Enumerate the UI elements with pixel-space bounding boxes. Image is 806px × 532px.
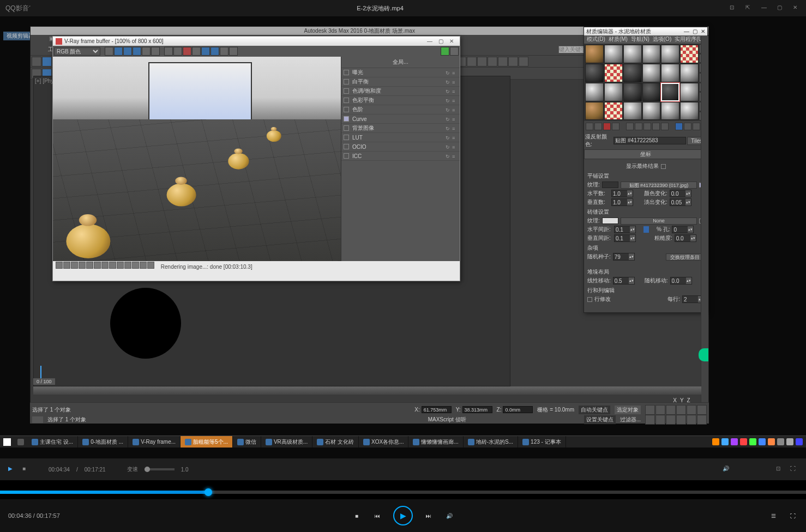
taskbar-item[interactable]: 微信 <box>233 436 261 448</box>
toolbar-button[interactable] <box>42 57 52 66</box>
mono-icon[interactable] <box>151 47 160 56</box>
tray-icon[interactable] <box>712 438 719 445</box>
get-material-icon[interactable] <box>586 123 593 130</box>
vgap-input[interactable] <box>615 235 630 241</box>
next-button[interactable]: ⏭ <box>424 511 434 521</box>
toolbar-button[interactable] <box>467 57 477 66</box>
cc-row[interactable]: 色彩平衡↻≡ <box>341 96 460 105</box>
vfb-toolbar[interactable]: RGB 颜色 <box>53 46 460 57</box>
show-final-check[interactable] <box>661 164 666 169</box>
cc-checkbox[interactable] <box>344 116 349 122</box>
close-icon[interactable]: ✕ <box>793 4 801 12</box>
maxscript-field[interactable]: MAXScript 侦听 <box>428 416 466 424</box>
cc-row[interactable]: 曝光↻≡ <box>341 68 460 77</box>
cc-checkbox[interactable] <box>344 144 349 149</box>
taskbar-item[interactable]: 0-地面材质 ... <box>78 436 128 448</box>
task-icon[interactable] <box>17 439 24 445</box>
cc-checkbox[interactable] <box>344 88 349 94</box>
menu-item[interactable]: 导航(N) <box>629 35 651 44</box>
mat-slot[interactable] <box>604 64 623 82</box>
rollout-header[interactable]: 坐标 <box>584 149 707 159</box>
toolbar-button[interactable] <box>488 57 497 66</box>
coord-x[interactable] <box>422 406 452 413</box>
mat-slot[interactable] <box>585 45 604 63</box>
mat-slot[interactable] <box>642 83 661 101</box>
windows-taskbar[interactable]: 主课住宅 设...0-地面材质 ...V-Ray frame...胎租能等5个.… <box>0 436 806 448</box>
hcount-input[interactable] <box>612 190 627 197</box>
snapshot-icon[interactable]: ⊡ <box>776 466 784 473</box>
toolbar-button[interactable] <box>32 57 41 66</box>
cc-row[interactable]: LUT↻≡ <box>341 133 460 142</box>
mat-slot[interactable] <box>585 64 604 82</box>
mat-toolbar[interactable] <box>584 121 707 132</box>
taskbar-item[interactable]: 石材 文化砖 <box>312 436 359 448</box>
cc-checkbox[interactable] <box>344 107 349 112</box>
cc-toggle-icon[interactable] <box>210 47 219 56</box>
mat-slot[interactable] <box>680 83 699 101</box>
rgb-r-icon[interactable] <box>114 47 123 56</box>
cc-checkbox[interactable] <box>344 153 349 159</box>
history-icon[interactable] <box>183 47 191 56</box>
rough-input[interactable] <box>675 235 690 241</box>
prev-button[interactable]: ⏮ <box>372 511 382 521</box>
cc-row[interactable]: OCIO↻≡ <box>341 142 460 152</box>
fullscreen-icon[interactable]: ⛶ <box>790 466 798 473</box>
toolbar-button[interactable] <box>498 57 508 66</box>
render-icon[interactable] <box>441 47 449 56</box>
randshift-input[interactable] <box>671 277 686 284</box>
mat-slot[interactable] <box>680 45 699 63</box>
volume-icon[interactable]: 🔊 <box>723 466 730 473</box>
mat-slot-selected[interactable] <box>661 83 679 101</box>
setkey-button[interactable]: 设置关键点 <box>584 415 616 424</box>
tile-tex-swatch[interactable] <box>602 182 618 188</box>
grout-swatch[interactable] <box>602 217 618 224</box>
hgap-input[interactable] <box>615 226 630 233</box>
taskbar-item[interactable]: VR高级材质... <box>261 436 312 448</box>
render-output[interactable] <box>53 57 341 261</box>
mat-slot[interactable] <box>623 102 642 120</box>
mat-slot[interactable] <box>661 45 679 63</box>
seed-input[interactable] <box>613 253 629 260</box>
colorvar-input[interactable] <box>670 190 685 197</box>
region-icon[interactable] <box>201 47 210 56</box>
mat-slot[interactable] <box>623 83 642 101</box>
vfb-setting-icon[interactable] <box>229 47 238 56</box>
vfb-min[interactable]: — <box>424 38 435 44</box>
vfb-max[interactable]: ▢ <box>435 38 446 44</box>
save-icon[interactable] <box>105 47 113 56</box>
fullscreen2-icon[interactable]: ⛶ <box>788 511 798 521</box>
volume2-icon[interactable]: 🔊 <box>444 511 454 521</box>
clear-icon[interactable] <box>164 47 173 56</box>
grout-map-button[interactable]: None <box>621 217 697 225</box>
toolbar-button[interactable] <box>519 57 528 66</box>
filters-button[interactable]: 过滤器... <box>620 416 641 424</box>
stop-icon[interactable]: ■ <box>22 466 30 473</box>
cc-row[interactable]: ICC↻≡ <box>341 152 460 161</box>
tile-map-button[interactable]: 贴图 #417232390 (017.jpg) <box>621 182 697 189</box>
cc-checkbox[interactable] <box>344 135 349 140</box>
timeline[interactable]: 0 / 100 <box>33 386 701 395</box>
mat-slot[interactable] <box>680 64 699 82</box>
mat-max[interactable]: ▢ <box>693 28 697 34</box>
vfb-close[interactable]: ✕ <box>446 38 457 44</box>
status-icon[interactable] <box>56 262 63 269</box>
taskbar-item[interactable]: 胎租能等5个... <box>181 436 233 448</box>
cc-row[interactable]: 背景图像↻≡ <box>341 124 460 133</box>
play-start-icon[interactable] <box>645 405 655 415</box>
show-map-icon[interactable] <box>675 123 683 130</box>
mat-name-input[interactable] <box>613 137 686 144</box>
cursor-icon[interactable]: ▶ <box>8 466 16 473</box>
play-button[interactable]: ▶ <box>393 506 413 525</box>
mat-slot[interactable] <box>623 45 642 63</box>
mat-slot[interactable] <box>585 102 604 120</box>
mat-slot[interactable] <box>604 102 623 120</box>
vcount-input[interactable] <box>612 199 627 205</box>
swap-button[interactable]: 交换纹理条目 <box>666 253 704 261</box>
mat-close[interactable]: ✕ <box>701 28 705 34</box>
mat-min[interactable]: — <box>684 28 689 34</box>
stop-icon[interactable] <box>450 47 459 56</box>
alpha-icon[interactable] <box>142 47 151 56</box>
time-tag[interactable]: 0 / 100 <box>33 378 55 385</box>
mat-slot[interactable] <box>642 45 661 63</box>
taskbar-item[interactable]: 主课住宅 设... <box>27 436 78 448</box>
